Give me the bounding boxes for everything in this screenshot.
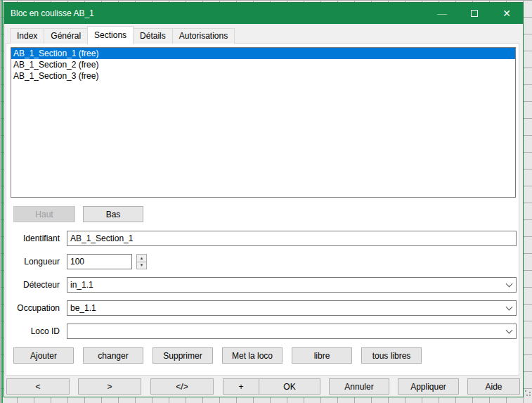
tab-sections[interactable]: Sections xyxy=(87,26,134,44)
chevron-down-icon[interactable] xyxy=(502,307,516,309)
detecteur-label: Détecteur xyxy=(6,277,60,293)
dialog-bloc-en-coulisse: Bloc en coulisse AB_1 — ✕ Index Général … xyxy=(4,2,524,397)
titlebar[interactable]: Bloc en coulisse AB_1 — ✕ xyxy=(4,3,523,24)
libre-button[interactable]: libre xyxy=(292,347,352,364)
spin-up-icon[interactable]: ▲ xyxy=(137,255,146,262)
changer-button[interactable]: changer xyxy=(83,347,143,364)
appliquer-button[interactable]: Appliquer xyxy=(398,378,459,395)
detecteur-value: in_1.1 xyxy=(67,280,502,290)
plus-button[interactable]: + xyxy=(223,378,259,395)
met-la-loco-button[interactable]: Met la loco xyxy=(222,347,283,364)
ajouter-button[interactable]: Ajouter xyxy=(13,347,74,364)
occupation-value: be_1.1 xyxy=(67,303,502,313)
minimize-button[interactable]: — xyxy=(426,3,458,24)
close-icon: ✕ xyxy=(502,8,511,19)
occupation-combobox[interactable]: be_1.1 xyxy=(67,300,517,316)
move-up-button[interactable]: Haut xyxy=(13,206,75,222)
list-item[interactable]: AB_1_Section_1 (free) xyxy=(11,48,515,59)
tab-autorisations[interactable]: Autorisations xyxy=(172,28,235,44)
tab-index[interactable]: Index xyxy=(10,28,44,44)
identifiant-label: Identifiant xyxy=(6,231,60,246)
ok-button[interactable]: OK xyxy=(259,378,320,395)
code-button[interactable]: </> xyxy=(150,378,214,395)
maximize-icon xyxy=(471,10,478,17)
prev-button[interactable]: < xyxy=(6,378,70,395)
tab-strip: Index Général Sections Détails Autorisat… xyxy=(10,25,234,44)
next-button[interactable]: > xyxy=(78,378,141,395)
chevron-down-icon[interactable] xyxy=(502,331,516,333)
longueur-spinner: ▲ ▼ xyxy=(136,254,147,269)
list-item[interactable]: AB_1_Section_2 (free) xyxy=(11,59,515,70)
longueur-input[interactable] xyxy=(67,254,132,269)
tous-libres-button[interactable]: tous libres xyxy=(361,347,422,364)
minimize-icon: — xyxy=(437,8,447,19)
background-grid-line xyxy=(1,0,3,403)
identifiant-input[interactable] xyxy=(67,231,517,246)
occupation-label: Occupation xyxy=(6,300,60,316)
chevron-down-icon[interactable] xyxy=(502,284,516,286)
resize-grip-icon[interactable] xyxy=(525,390,532,397)
spin-down-icon[interactable]: ▼ xyxy=(137,262,146,269)
sections-listbox[interactable]: AB_1_Section_1 (free) AB_1_Section_2 (fr… xyxy=(11,47,516,198)
loco-id-label: Loco ID xyxy=(6,324,60,339)
annuler-button[interactable]: Annuler xyxy=(329,378,389,395)
move-down-button[interactable]: Bas xyxy=(83,206,143,222)
sections-tab-page: AB_1_Section_1 (free) AB_1_Section_2 (fr… xyxy=(6,43,519,376)
tab-general[interactable]: Général xyxy=(44,28,88,44)
detecteur-combobox[interactable]: in_1.1 xyxy=(67,277,517,293)
window-title: Bloc en coulisse AB_1 xyxy=(4,8,426,18)
supprimer-button[interactable]: Supprimer xyxy=(153,347,213,364)
loco-id-combobox[interactable] xyxy=(67,324,517,339)
list-item[interactable]: AB_1_Section_3 (free) xyxy=(11,70,515,82)
tab-details[interactable]: Détails xyxy=(133,28,173,44)
longueur-label: Longueur xyxy=(6,254,60,269)
close-button[interactable]: ✕ xyxy=(491,3,523,24)
aide-button[interactable]: Aide xyxy=(467,378,520,395)
maximize-button[interactable] xyxy=(458,3,491,24)
